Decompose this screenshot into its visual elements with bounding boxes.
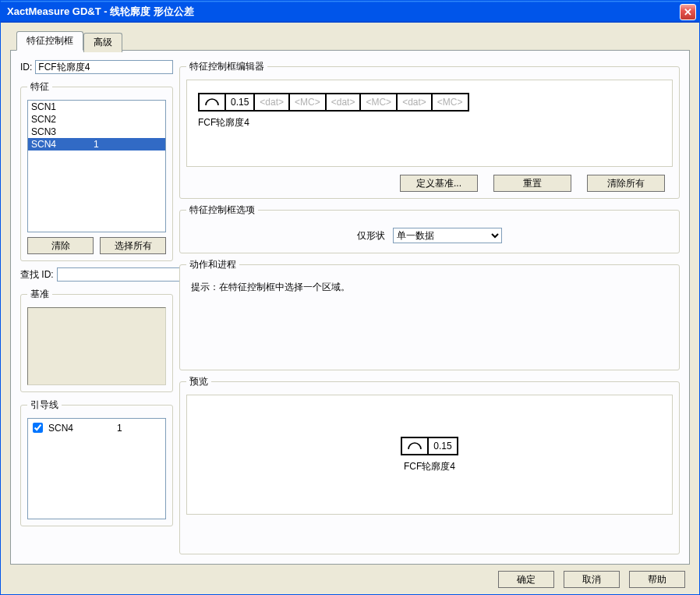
leader-group: 引导线 SCN41 bbox=[20, 398, 173, 526]
select-all-features-button[interactable]: 选择所有 bbox=[100, 237, 166, 254]
fcf-symbol-cell[interactable] bbox=[200, 94, 226, 110]
fcf-mc1-cell[interactable]: <MC> bbox=[290, 94, 327, 110]
preview-group: 预览 0.15 FCF轮廓度4 bbox=[179, 375, 680, 554]
id-input[interactable] bbox=[35, 60, 173, 74]
preview-tolerance-cell: 0.15 bbox=[429, 438, 456, 454]
dialog-button-row: 确定 取消 帮助 bbox=[10, 565, 690, 590]
leader-item-count: 1 bbox=[117, 423, 122, 434]
fcf-datum2-cell[interactable]: <dat> bbox=[327, 94, 362, 110]
editor-button-row: 定义基准... 重置 清除所有 bbox=[186, 175, 673, 192]
define-datums-button[interactable]: 定义基准... bbox=[400, 175, 478, 192]
fcf-mc2-cell[interactable]: <MC> bbox=[361, 94, 398, 110]
cancel-button[interactable]: 取消 bbox=[564, 571, 620, 588]
ok-button[interactable]: 确定 bbox=[498, 571, 554, 588]
fcf-datum3-cell[interactable]: <dat> bbox=[398, 94, 433, 110]
actions-hint: 提示：在特征控制框中选择一个区域。 bbox=[191, 282, 350, 292]
features-group: 特征 SCN1SCN2SCN3SCN41 清除 选择所有 bbox=[20, 80, 173, 261]
fcf-options-legend: 特征控制框选项 bbox=[186, 204, 258, 217]
leader-item[interactable]: SCN41 bbox=[30, 420, 164, 435]
features-button-row: 清除 选择所有 bbox=[27, 237, 166, 254]
feature-item[interactable]: SCN3 bbox=[28, 126, 165, 138]
datums-legend: 基准 bbox=[27, 288, 52, 301]
feature-item[interactable]: SCN2 bbox=[28, 113, 165, 126]
feature-item-count: 1 bbox=[94, 139, 99, 150]
dialog-window: XactMeasure GD&T - 线轮廓度 形位公差 ✕ 特征控制框 高级 … bbox=[0, 0, 700, 595]
client-area: 特征控制框 高级 ID: 特征 SCN1SCN2SCN3SCN41 清除 选择所… bbox=[1, 23, 699, 594]
fcf-datum1-cell[interactable]: <dat> bbox=[255, 94, 290, 110]
preview-legend: 预览 bbox=[186, 375, 211, 388]
features-listbox[interactable]: SCN1SCN2SCN3SCN41 bbox=[27, 100, 166, 232]
feature-item[interactable]: SCN1 bbox=[28, 101, 165, 113]
features-legend: 特征 bbox=[27, 80, 52, 94]
preview-body: 0.15 FCF轮廓度4 bbox=[186, 395, 673, 515]
options-body: 仅形状 单一数据 bbox=[186, 223, 673, 246]
shape-only-label: 仅形状 bbox=[357, 229, 385, 243]
window-title: XactMeasure GD&T - 线轮廓度 形位公差 bbox=[7, 5, 680, 19]
leader-item-checkbox[interactable] bbox=[33, 423, 43, 433]
feature-item-name: SCN2 bbox=[31, 114, 94, 125]
preview-symbol-cell bbox=[402, 438, 429, 454]
id-label: ID: bbox=[20, 62, 32, 73]
reset-button[interactable]: 重置 bbox=[493, 175, 571, 192]
preview-fcf-frame: 0.15 bbox=[401, 437, 458, 455]
left-column: ID: 特征 SCN1SCN2SCN3SCN41 清除 选择所有 查找 ID: bbox=[20, 60, 173, 554]
tab-page: ID: 特征 SCN1SCN2SCN3SCN41 清除 选择所有 查找 ID: bbox=[10, 50, 690, 565]
fcf-editor-box: 0.15 <dat> <MC> <dat> <MC> <dat> <MC> FC… bbox=[186, 80, 673, 167]
tab-feature-control-frame[interactable]: 特征控制框 bbox=[16, 31, 83, 51]
actions-legend: 动作和进程 bbox=[186, 258, 239, 271]
clear-features-button[interactable]: 清除 bbox=[27, 237, 94, 254]
line-profile-icon bbox=[204, 97, 220, 107]
clear-all-button[interactable]: 清除所有 bbox=[587, 175, 665, 192]
preview-fcf-name: FCF轮廓度4 bbox=[404, 460, 455, 473]
fcf-options-group: 特征控制框选项 仅形状 单一数据 bbox=[179, 204, 680, 253]
leader-legend: 引导线 bbox=[27, 398, 62, 412]
datums-empty-area bbox=[27, 307, 166, 385]
fcf-tolerance-cell[interactable]: 0.15 bbox=[226, 94, 255, 110]
leader-item-name: SCN4 bbox=[48, 423, 114, 434]
help-button[interactable]: 帮助 bbox=[629, 571, 685, 588]
fcf-frame[interactable]: 0.15 <dat> <MC> <dat> <MC> <dat> <MC> bbox=[198, 93, 469, 112]
find-id-input[interactable] bbox=[57, 267, 180, 282]
actions-body: 提示：在特征控制框中选择一个区域。 bbox=[186, 278, 673, 363]
feature-item-name: SCN4 bbox=[31, 139, 94, 150]
tab-advanced[interactable]: 高级 bbox=[83, 33, 122, 52]
id-row: ID: bbox=[20, 60, 173, 74]
tab-strip: 特征控制框 高级 bbox=[16, 31, 690, 51]
feature-item-name: SCN3 bbox=[31, 126, 94, 137]
leader-checklist[interactable]: SCN41 bbox=[27, 418, 166, 519]
right-column: 特征控制框编辑器 0.15 <dat> <MC> <dat> bbox=[179, 60, 680, 554]
datums-group: 基准 bbox=[20, 288, 173, 392]
find-id-row: 查找 ID: bbox=[20, 267, 173, 282]
feature-item-name: SCN1 bbox=[31, 101, 94, 112]
title-bar: XactMeasure GD&T - 线轮廓度 形位公差 ✕ bbox=[1, 1, 699, 23]
close-button[interactable]: ✕ bbox=[680, 4, 696, 20]
find-id-label: 查找 ID: bbox=[20, 268, 54, 282]
actions-group: 动作和进程 提示：在特征控制框中选择一个区域。 bbox=[179, 258, 680, 370]
fcf-name-label: FCF轮廓度4 bbox=[198, 116, 661, 129]
line-profile-icon bbox=[407, 441, 422, 451]
shape-only-select[interactable]: 单一数据 bbox=[393, 228, 502, 243]
fcf-editor-group: 特征控制框编辑器 0.15 <dat> <MC> <dat> bbox=[179, 60, 680, 199]
fcf-mc3-cell[interactable]: <MC> bbox=[433, 94, 468, 110]
fcf-editor-legend: 特征控制框编辑器 bbox=[186, 60, 267, 73]
feature-item[interactable]: SCN41 bbox=[28, 138, 165, 151]
